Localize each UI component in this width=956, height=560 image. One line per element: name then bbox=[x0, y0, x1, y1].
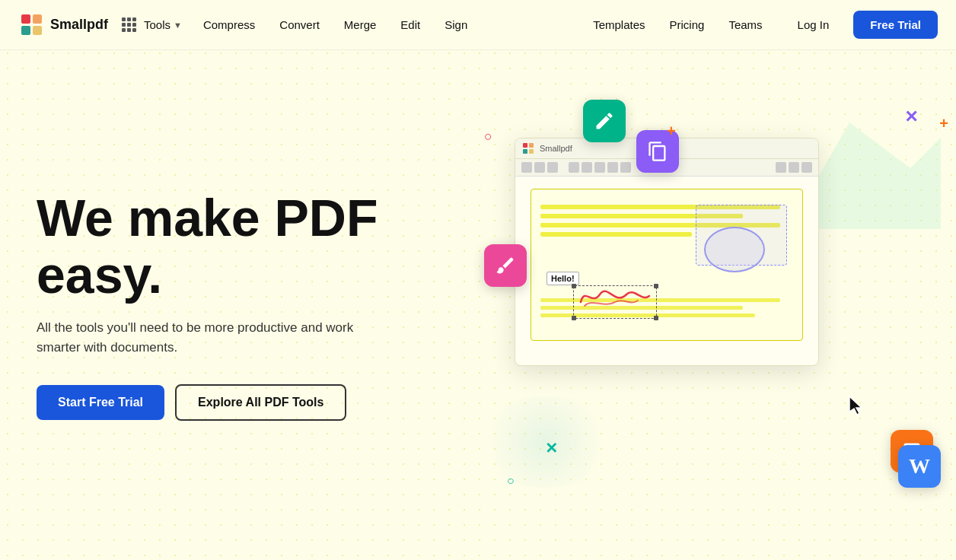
pdf-selected-box bbox=[696, 205, 787, 266]
toolbar-btn-3 bbox=[547, 162, 558, 173]
pdf-line-4 bbox=[540, 232, 692, 237]
nav-right: Templates Pricing Teams Log In Free Tria… bbox=[582, 11, 938, 39]
word-floating-icon: W bbox=[898, 445, 941, 488]
hero-buttons: Start Free Trial Explore All PDF Tools bbox=[37, 384, 378, 421]
tools-chevron-icon: ▼ bbox=[174, 21, 182, 30]
start-free-trial-button[interactable]: Start Free Trial bbox=[37, 385, 164, 420]
circle-decoration-1: ○ bbox=[484, 129, 492, 145]
toolbar-btn-5 bbox=[582, 162, 592, 173]
hero-subtitle: All the tools you'll need to be more pro… bbox=[37, 318, 356, 357]
toolbar-btn-8 bbox=[620, 162, 631, 173]
toolbar-btn-6 bbox=[594, 162, 605, 173]
nav-teams[interactable]: Teams bbox=[718, 12, 773, 37]
explore-tools-button[interactable]: Explore All PDF Tools bbox=[175, 384, 346, 421]
pdf-editor-title: Smallpdf bbox=[540, 144, 572, 153]
nav-right-links: Templates Pricing Teams bbox=[582, 12, 773, 37]
svg-marker-5 bbox=[849, 396, 862, 415]
toolbar-btn-1 bbox=[521, 162, 532, 173]
logo-icon bbox=[18, 11, 46, 39]
toolbar-btn-9 bbox=[776, 162, 786, 173]
nav-merge[interactable]: Merge bbox=[333, 12, 387, 37]
hero-section: We make PDF easy. All the tools you'll n… bbox=[0, 50, 956, 560]
free-trial-button[interactable]: Free Trial bbox=[853, 11, 938, 39]
pen-floating-icon bbox=[484, 244, 527, 287]
circle-decoration-2: ○ bbox=[507, 474, 515, 488]
toolbar-btn-2 bbox=[534, 162, 545, 173]
pdf-shape bbox=[704, 227, 765, 272]
navbar: Smallpdf Tools ▼ Compress Convert Merge … bbox=[0, 0, 956, 50]
hero-illustration: Smallpdf bbox=[469, 92, 956, 518]
brand-name: Smallpdf bbox=[50, 17, 108, 33]
selection-handles bbox=[573, 285, 657, 319]
plus-decoration-2: + bbox=[939, 115, 948, 132]
toolbar-btn-4 bbox=[569, 162, 579, 173]
nav-pricing[interactable]: Pricing bbox=[659, 12, 715, 37]
plus-decoration-1: + bbox=[667, 123, 676, 140]
login-button[interactable]: Log In bbox=[786, 12, 842, 37]
tools-dropdown[interactable]: Tools ▼ bbox=[144, 18, 182, 31]
nav-templates[interactable]: Templates bbox=[582, 12, 655, 37]
nav-compress[interactable]: Compress bbox=[193, 12, 266, 37]
cross-decoration-1: ✕ bbox=[904, 107, 918, 127]
toolbar-btn-7 bbox=[607, 162, 618, 173]
cross-decoration-2: ✕ bbox=[545, 439, 558, 457]
cursor-icon bbox=[848, 395, 865, 419]
hero-text: We make PDF easy. All the tools you'll n… bbox=[37, 189, 378, 422]
svg-rect-1 bbox=[523, 143, 527, 148]
toolbar-btn-11 bbox=[801, 162, 812, 173]
nav-links: Compress Convert Merge Edit Sign bbox=[193, 12, 478, 37]
edit-floating-icon bbox=[583, 100, 626, 142]
svg-rect-4 bbox=[529, 149, 534, 154]
nav-sign[interactable]: Sign bbox=[434, 12, 478, 37]
pdf-logo-mini bbox=[523, 143, 534, 154]
nav-edit[interactable]: Edit bbox=[390, 12, 431, 37]
svg-rect-3 bbox=[523, 149, 527, 154]
svg-rect-2 bbox=[529, 143, 534, 148]
pdf-content: Hello! bbox=[515, 177, 818, 359]
hero-headline: We make PDF easy. bbox=[37, 189, 378, 304]
toolbar-btn-10 bbox=[789, 162, 799, 173]
apps-grid-icon[interactable] bbox=[122, 18, 136, 32]
nav-convert[interactable]: Convert bbox=[269, 12, 330, 37]
